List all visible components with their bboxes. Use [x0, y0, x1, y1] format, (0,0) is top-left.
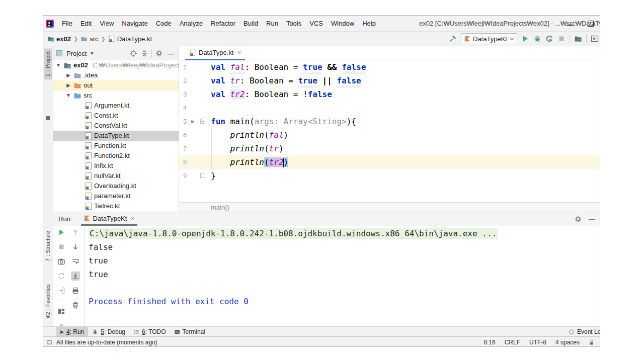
code-line[interactable]: 9}: [179, 169, 600, 183]
tree-file-datatype-kt[interactable]: DataType.kt: [53, 131, 179, 141]
menu-build[interactable]: Build: [239, 16, 262, 31]
down-stacktrace-icon[interactable]: [71, 242, 80, 251]
chevron-down-icon[interactable]: ▼: [90, 51, 94, 56]
breadcrumb-src[interactable]: src: [80, 35, 98, 43]
hide-panel-icon[interactable]: —: [166, 50, 176, 57]
stripe-icon[interactable]: [46, 116, 50, 120]
tab-debug[interactable]: 5: Debug: [88, 327, 129, 337]
code-line[interactable]: 2val tr: Boolean = true || false: [179, 74, 600, 87]
tree-file-nullvar-kt[interactable]: nullVar.kt: [53, 171, 179, 181]
file-encoding[interactable]: UTF-8: [529, 339, 546, 346]
code-line[interactable]: 4: [179, 101, 600, 115]
sidebar-item-project[interactable]: 1: Project: [44, 48, 52, 79]
sidebar-item-structure[interactable]: 7: Structure: [44, 228, 52, 264]
favorites-star-icon[interactable]: ★: [45, 313, 51, 320]
breadcrumb-separator-icon: ❯: [73, 36, 78, 42]
sidebar-item-favorites[interactable]: 2: Favorites: [44, 281, 52, 318]
breadcrumb-main[interactable]: main(): [211, 204, 229, 211]
gear-icon[interactable]: [574, 215, 582, 223]
menu-view[interactable]: View: [96, 16, 118, 31]
tree-file-infix-kt[interactable]: Infix.kt: [53, 161, 179, 171]
tree-file-argument-kt[interactable]: Argument.kt: [53, 101, 179, 111]
run-anything-icon[interactable]: [591, 35, 599, 43]
chevron-collapsed-icon[interactable]: ▶: [65, 80, 71, 90]
rerun-button[interactable]: [57, 228, 66, 237]
project-structure-icon[interactable]: [574, 35, 582, 43]
menu-navigate[interactable]: Navigate: [118, 16, 151, 31]
gear-icon[interactable]: [155, 49, 163, 57]
debug-button[interactable]: [533, 35, 541, 43]
tree-file-function-kt[interactable]: Function.kt: [53, 141, 179, 151]
collapse-all-icon[interactable]: [140, 49, 148, 57]
tree-file-function2-kt[interactable]: Function2.kt: [53, 151, 179, 161]
tree-root-ex02[interactable]: ▼ ex02 C:₩Users₩leeji₩IdeaProjects₩ex02: [53, 60, 179, 70]
menu-tools[interactable]: Tools: [282, 16, 305, 31]
clear-console-icon[interactable]: [71, 301, 80, 310]
tab-run[interactable]: ▶ 4: Run: [56, 327, 88, 337]
project-panel-title[interactable]: Project: [66, 50, 87, 57]
close-icon[interactable]: ×: [237, 49, 241, 56]
tab-datatype-kt[interactable]: DataType.kt ×: [185, 46, 245, 60]
caret-position[interactable]: 8:16: [484, 339, 495, 346]
tree-file-parameter-kt[interactable]: parameter.kt: [53, 191, 179, 201]
code-editor[interactable]: 1val fal: Boolean = true && false2val tr…: [179, 60, 600, 202]
menu-help[interactable]: Help: [358, 16, 380, 31]
hide-panel-icon[interactable]: —: [587, 215, 597, 223]
breadcrumb-module[interactable]: ex02: [47, 35, 71, 43]
indent-setting[interactable]: 4 spaces: [555, 339, 580, 346]
menu-edit[interactable]: Edit: [76, 16, 96, 31]
close-icon[interactable]: ×: [130, 215, 134, 222]
menu-run[interactable]: Run: [262, 16, 282, 31]
line-ending[interactable]: CRLF: [505, 339, 520, 346]
restart-icon[interactable]: [57, 272, 66, 281]
code-line[interactable]: 1val fal: Boolean = true && false: [179, 60, 600, 74]
scroll-to-end-icon[interactable]: [71, 272, 80, 281]
tree-folder-out[interactable]: ▶ out: [53, 80, 179, 90]
run-button[interactable]: [521, 35, 529, 43]
chevron-expanded-icon[interactable]: ▼: [65, 90, 71, 101]
build-hammer-icon[interactable]: [449, 35, 457, 43]
lock-icon[interactable]: [589, 339, 595, 345]
tab-todo[interactable]: 6: TODO: [129, 327, 170, 337]
breadcrumb-file[interactable]: DataType.kt: [108, 35, 152, 43]
thread-dump-icon[interactable]: [57, 257, 66, 266]
tree-folder-src[interactable]: ▼ src: [53, 90, 179, 101]
run-configuration-select[interactable]: DataTypeKt: [461, 33, 517, 44]
menu-analyze[interactable]: Analyze: [176, 16, 207, 31]
stop-button[interactable]: [57, 242, 66, 251]
code-line[interactable]: 6 println(fal): [179, 128, 600, 142]
locate-file-icon[interactable]: [129, 49, 137, 57]
maximize-button[interactable]: [588, 21, 594, 27]
fold-icon[interactable]: −: [200, 119, 205, 124]
run-tab-datatypekt[interactable]: DataTypeKt ×: [81, 212, 137, 226]
editor-tab-bar: DataType.kt ×: [179, 46, 600, 60]
tree-file-tailrec-kt[interactable]: Tailrec.kt: [53, 201, 179, 211]
soft-wrap-icon[interactable]: [71, 257, 80, 266]
run-line-icon[interactable]: ▶: [191, 115, 195, 128]
fold-icon[interactable]: [200, 173, 205, 178]
code-line[interactable]: 8 println(tr2): [179, 155, 600, 169]
print-icon[interactable]: [71, 286, 80, 295]
menu-vcs[interactable]: VCS: [305, 16, 327, 31]
tree-file-const-kt[interactable]: Const.kt: [53, 111, 179, 121]
up-stacktrace-icon[interactable]: [71, 228, 80, 237]
menu-code[interactable]: Code: [152, 16, 176, 31]
chevron-expanded-icon[interactable]: ▼: [55, 60, 61, 70]
chevron-collapsed-icon[interactable]: ▶: [65, 70, 71, 80]
tree-file-overloading-kt[interactable]: Overloading.kt: [53, 181, 179, 191]
coverage-button[interactable]: [545, 35, 553, 43]
stop-button[interactable]: [557, 35, 566, 43]
exit-icon[interactable]: [57, 286, 66, 295]
menu-refactor[interactable]: Refactor: [207, 16, 239, 31]
code-line[interactable]: 7 println(tr): [179, 142, 600, 155]
code-line[interactable]: 5▶−fun main(args: Array<String>){: [179, 115, 600, 128]
tab-terminal[interactable]: Terminal: [170, 327, 209, 337]
tree-file-constval-kt[interactable]: ConstVal.kt: [53, 121, 179, 131]
minimize-button[interactable]: [567, 22, 573, 26]
event-log-button[interactable]: Event Log: [569, 328, 600, 335]
tree-folder-idea[interactable]: ▶ .idea: [53, 70, 179, 80]
code-line[interactable]: 3val tr2: Boolean = !false: [179, 87, 600, 101]
restore-layout-icon[interactable]: [57, 307, 66, 316]
menu-window[interactable]: Window: [327, 16, 358, 31]
menu-file[interactable]: File: [58, 16, 76, 31]
